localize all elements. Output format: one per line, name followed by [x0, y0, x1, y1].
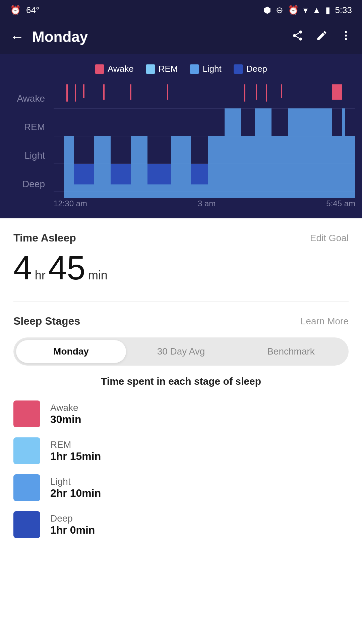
light-stage-info: Light 2hr 10min — [50, 476, 101, 499]
time-label-mid: 3 am — [198, 199, 216, 208]
deep-stage-name: Deep — [50, 513, 95, 524]
back-button[interactable]: ← — [10, 29, 24, 45]
chart-legend: Awake REM Light Deep — [0, 60, 362, 81]
stage-item-awake: Awake 30min — [13, 400, 349, 427]
status-right: ⬢ ⊖ ⏰ ▾ ▲ ▮ 5:33 — [263, 5, 352, 15]
minutes-value: 45 — [48, 251, 85, 284]
wifi-icon: ▾ — [303, 5, 308, 15]
label-awake: Awake — [7, 93, 50, 104]
hours-value: 4 — [13, 251, 32, 284]
chart-x-labels: 12:30 am 3 am 5:45 am — [54, 199, 355, 208]
legend-awake: Awake — [95, 64, 134, 74]
stage-item-rem: REM 1hr 15min — [13, 437, 349, 464]
main-content: Time Asleep Edit Goal 4 hr 45 min Sleep … — [0, 218, 362, 561]
rem-stage-info: REM 1hr 15min — [50, 439, 101, 463]
page-title: Monday — [32, 29, 292, 45]
legend-deep: Deep — [234, 64, 267, 74]
more-button[interactable] — [340, 30, 352, 45]
svg-point-0 — [345, 31, 347, 33]
sleep-chart: Awake REM Light Deep — [7, 81, 355, 208]
svg-marker-17 — [332, 84, 342, 100]
legend-rem: REM — [146, 64, 178, 74]
rem-stage-time: 1hr 15min — [50, 450, 101, 463]
deep-stage-color — [13, 511, 40, 538]
edit-button[interactable] — [316, 30, 328, 45]
app-header: ← Monday — [0, 20, 362, 54]
signal-icon: ▲ — [312, 5, 321, 15]
sleep-stages-section: Sleep Stages Learn More Monday 30 Day Av… — [13, 301, 349, 538]
mute-icon: ⊖ — [276, 5, 283, 15]
sleep-chart-section: Awake REM Light Deep Awake REM Light Dee… — [0, 54, 362, 218]
header-actions — [292, 30, 352, 45]
time-label-start: 12:30 am — [54, 199, 87, 208]
chart-svg-container — [54, 81, 355, 198]
share-button[interactable] — [292, 30, 304, 45]
legend-rem-label: REM — [159, 64, 178, 74]
awake-stage-time: 30min — [50, 413, 81, 426]
light-stage-color — [13, 474, 40, 501]
hours-unit: hr — [35, 268, 46, 282]
sleep-svg — [54, 81, 355, 198]
alarm-icon: ⏰ — [10, 5, 21, 15]
sleep-stages-header: Sleep Stages Learn More — [13, 315, 349, 327]
awake-stage-color — [13, 400, 40, 427]
sleep-stages-tabs: Monday 30 Day Avg Benchmark — [13, 337, 349, 366]
clock-time: 5:33 — [335, 5, 352, 15]
rem-stage-color — [13, 437, 40, 464]
svg-point-2 — [345, 38, 347, 40]
minutes-unit: min — [88, 268, 108, 282]
awake-stage-info: Awake 30min — [50, 402, 81, 426]
edit-goal-button[interactable]: Edit Goal — [310, 233, 349, 244]
label-deep: Deep — [7, 179, 50, 190]
time-asleep-title: Time Asleep — [13, 232, 76, 244]
legend-awake-label: Awake — [108, 64, 134, 74]
time-label-end: 5:45 am — [326, 199, 355, 208]
legend-deep-label: Deep — [246, 64, 267, 74]
tab-monday[interactable]: Monday — [16, 340, 126, 363]
rem-color — [146, 64, 155, 74]
temperature: 64° — [26, 5, 39, 15]
alarm2-icon: ⏰ — [288, 5, 299, 15]
tab-benchmark[interactable]: Benchmark — [236, 340, 346, 363]
chart-y-labels: Awake REM Light Deep — [7, 81, 50, 208]
bluetooth-icon: ⬢ — [263, 5, 271, 15]
awake-stage-name: Awake — [50, 402, 81, 413]
rem-stage-name: REM — [50, 439, 101, 450]
awake-color — [95, 64, 104, 74]
legend-light-label: Light — [202, 64, 221, 74]
label-rem: REM — [7, 122, 50, 132]
deep-stage-info: Deep 1hr 0min — [50, 513, 95, 536]
light-stage-time: 2hr 10min — [50, 487, 101, 499]
stage-item-light: Light 2hr 10min — [13, 474, 349, 501]
learn-more-button[interactable]: Learn More — [301, 316, 349, 327]
tab-30day[interactable]: 30 Day Avg — [126, 340, 236, 363]
legend-light: Light — [190, 64, 221, 74]
deep-color — [234, 64, 243, 74]
light-color — [190, 64, 199, 74]
stages-subtitle: Time spent in each stage of sleep — [13, 376, 349, 387]
status-bar: ⏰ 64° ⬢ ⊖ ⏰ ▾ ▲ ▮ 5:33 — [0, 0, 362, 20]
status-left: ⏰ 64° — [10, 5, 39, 15]
battery-icon: ▮ — [325, 5, 330, 15]
light-stage-name: Light — [50, 476, 101, 487]
svg-point-1 — [345, 35, 347, 37]
label-light: Light — [7, 150, 50, 161]
sleep-stages-title: Sleep Stages — [13, 315, 80, 327]
time-asleep-header: Time Asleep Edit Goal — [13, 232, 349, 244]
time-asleep-display: 4 hr 45 min — [13, 251, 349, 284]
stage-item-deep: Deep 1hr 0min — [13, 511, 349, 538]
deep-stage-time: 1hr 0min — [50, 524, 95, 536]
